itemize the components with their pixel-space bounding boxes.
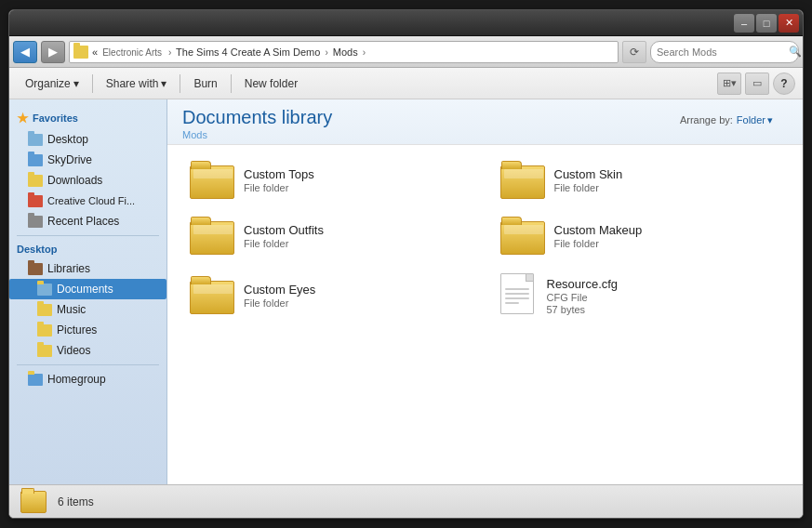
sidebar-item-desktop[interactable]: Desktop (9, 129, 166, 150)
maximize-button[interactable]: □ (756, 14, 777, 33)
sidebar-item-homegroup[interactable]: Homegroup (9, 369, 166, 389)
desktop-section-header[interactable]: Desktop (9, 240, 166, 258)
explorer-window: – □ ✕ ◀ ▶ « Electronic Arts › The Sims 4… (8, 9, 804, 519)
sidebar-item-documents[interactable]: Documents (9, 279, 166, 299)
arrange-bar: Arrange by: Folder ▾ (665, 112, 788, 128)
sidebar: ★ Favorites Desktop SkyDrive Downloads (9, 99, 167, 484)
folder-icon-custom-tops (190, 162, 234, 199)
refresh-button[interactable]: ⟳ (622, 41, 646, 63)
sidebar-item-pictures-label: Pictures (57, 323, 97, 337)
file-info-custom-makeup: Custom Makeup File folder (554, 223, 781, 249)
file-type-custom-outfits: File folder (244, 238, 471, 249)
pictures-icon (37, 324, 52, 337)
creative-cloud-icon (28, 195, 43, 207)
file-item-custom-tops[interactable]: Custom Tops File folder (182, 156, 478, 205)
window-controls: – □ ✕ (734, 14, 799, 33)
file-name-custom-makeup: Custom Makeup (554, 223, 781, 237)
status-item-count: 6 items (58, 495, 94, 508)
sidebar-item-libraries-label: Libraries (47, 262, 90, 275)
file-item-custom-outfits[interactable]: Custom Outfits File folder (182, 212, 478, 260)
sidebar-item-downloads-label: Downloads (47, 174, 102, 187)
sidebar-item-videos-label: Videos (57, 344, 90, 357)
sidebar-item-music-label: Music (57, 303, 86, 316)
view-dropdown-arrow: ▾ (731, 77, 737, 89)
sidebar-item-pictures[interactable]: Pictures (9, 320, 166, 340)
sidebar-item-creative-cloud[interactable]: Creative Cloud Fi... (9, 191, 166, 211)
breadcrumb[interactable]: « Electronic Arts › The Sims 4 Create A … (69, 41, 619, 63)
file-item-custom-skin[interactable]: Custom Skin File folder (493, 156, 789, 205)
arrange-by-label: Arrange by: (680, 114, 733, 125)
minimize-button[interactable]: – (734, 14, 754, 33)
organize-button[interactable]: Organize ▾ (17, 72, 87, 96)
search-icon[interactable]: 🔍 (789, 46, 802, 58)
close-button[interactable]: ✕ (779, 14, 799, 33)
sidebar-item-skydrive-label: SkyDrive (47, 153, 92, 166)
file-info-custom-tops: Custom Tops File folder (244, 167, 471, 193)
sidebar-item-cc-label: Creative Cloud Fi... (47, 195, 135, 206)
search-input[interactable] (657, 46, 785, 58)
help-button[interactable]: ? (773, 73, 795, 95)
sidebar-item-music[interactable]: Music (9, 299, 166, 320)
sidebar-item-skydrive[interactable]: SkyDrive (9, 150, 166, 170)
sidebar-item-downloads[interactable]: Downloads (9, 170, 166, 191)
library-subtitle: Mods (182, 129, 332, 140)
file-info-custom-skin: Custom Skin File folder (554, 167, 781, 193)
sidebar-item-videos[interactable]: Videos (9, 340, 166, 361)
view-icon: ⊞ (723, 77, 731, 89)
organize-label: Organize (25, 77, 71, 90)
forward-button[interactable]: ▶ (41, 41, 65, 63)
organize-dropdown-arrow: ▾ (73, 77, 79, 90)
content-header: Documents library Mods Arrange by: Folde… (167, 99, 803, 145)
desktop-section: Desktop Libraries Documents Music Pictur… (9, 240, 166, 361)
file-item-resource-cfg[interactable]: Resource.cfg CFG File 57 bytes (493, 268, 789, 323)
sidebar-item-recent-places[interactable]: Recent Places (9, 211, 166, 231)
favorites-label: Favorites (33, 112, 78, 124)
libraries-icon (28, 263, 43, 275)
status-bar: 6 items (9, 484, 803, 518)
sidebar-item-homegroup-label: Homegroup (47, 373, 106, 386)
arrange-dropdown-arrow: ▾ (767, 114, 773, 126)
folder-icon-custom-makeup (500, 218, 545, 255)
toolbar-separator-2 (180, 74, 180, 93)
back-button[interactable]: ◀ (13, 41, 37, 63)
file-type-custom-makeup: File folder (554, 238, 781, 249)
view-button[interactable]: ⊞ ▾ (717, 73, 741, 95)
main-layout: ★ Favorites Desktop SkyDrive Downloads (9, 99, 803, 484)
music-icon (37, 304, 52, 316)
homegroup-icon (28, 374, 43, 386)
file-size-resource-cfg: 57 bytes (547, 304, 781, 315)
favorites-header[interactable]: ★ Favorites (9, 107, 166, 129)
file-type-resource-cfg: CFG File (547, 292, 781, 303)
new-folder-button[interactable]: New folder (236, 72, 306, 96)
toolbar-separator-1 (92, 74, 93, 93)
star-icon: ★ (17, 111, 29, 125)
status-folder-icon (20, 491, 47, 513)
file-name-resource-cfg: Resource.cfg (547, 277, 781, 291)
arrange-by-value[interactable]: Folder ▾ (737, 114, 773, 126)
library-title: Documents library (182, 107, 332, 128)
preview-button[interactable]: ▭ (745, 73, 769, 95)
folder-icon-custom-eyes (190, 277, 234, 314)
breadcrumb-part-3[interactable]: Mods (333, 46, 361, 58)
folder-icon-custom-outfits (190, 218, 234, 255)
new-folder-label: New folder (245, 77, 298, 90)
recent-places-icon (28, 216, 43, 228)
share-with-label: Share with (106, 77, 159, 90)
burn-button[interactable]: Burn (185, 72, 225, 96)
file-item-custom-makeup[interactable]: Custom Makeup File folder (493, 212, 789, 260)
file-name-custom-skin: Custom Skin (554, 167, 781, 181)
share-with-button[interactable]: Share with ▾ (98, 72, 176, 96)
files-grid: Custom Tops File folder Custom Skin (182, 156, 788, 323)
breadcrumb-part-1[interactable]: « (92, 46, 98, 58)
file-item-custom-eyes[interactable]: Custom Eyes File folder (182, 268, 478, 323)
search-box: 🔍 (650, 41, 799, 63)
folder-icon-custom-skin (500, 162, 545, 199)
file-type-custom-eyes: File folder (244, 297, 471, 309)
breadcrumb-part-2[interactable]: The Sims 4 Create A Sim Demo (176, 46, 323, 58)
favorites-section: ★ Favorites Desktop SkyDrive Downloads (9, 107, 166, 231)
file-type-custom-skin: File folder (554, 182, 781, 193)
content-scroll: Custom Tops File folder Custom Skin (167, 145, 803, 484)
file-name-custom-tops: Custom Tops (244, 167, 471, 181)
sidebar-item-libraries[interactable]: Libraries (9, 258, 166, 279)
file-info-custom-outfits: Custom Outfits File folder (244, 223, 471, 249)
